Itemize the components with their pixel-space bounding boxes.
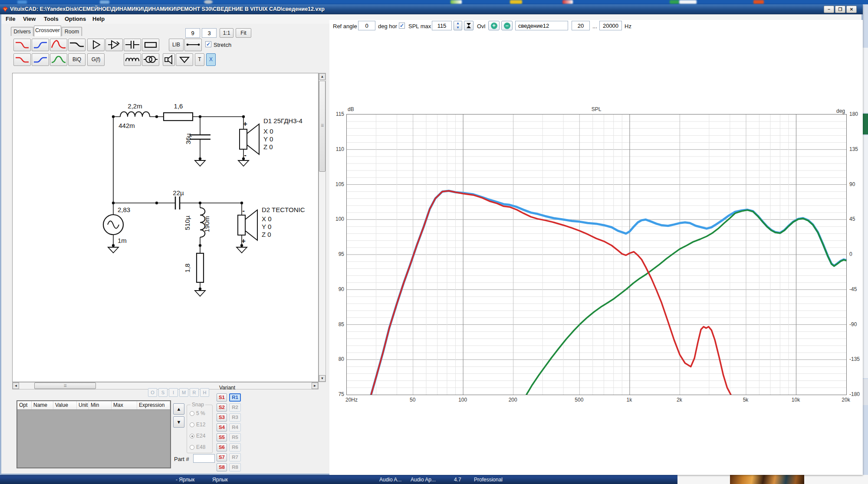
tab-drivers[interactable]: Drivers	[11, 27, 33, 36]
menu-file[interactable]: File	[6, 16, 15, 22]
project-name-input[interactable]	[515, 21, 568, 30]
capacitor-C1[interactable]	[190, 135, 210, 139]
variant-button-r1[interactable]: R1	[229, 393, 241, 402]
variant-button-r2[interactable]: R2	[229, 403, 241, 412]
wire-button[interactable]	[184, 39, 202, 51]
snap-radio-E12[interactable]: E12	[190, 422, 205, 428]
resistor-button[interactable]	[142, 39, 159, 51]
variant-button-s5[interactable]: S5	[217, 433, 227, 441]
snap-radio-E24[interactable]: E24	[190, 433, 205, 439]
move-up-button[interactable]: ▲	[173, 403, 184, 415]
scroll-thumb[interactable]: ☰	[319, 81, 326, 172]
schematic-vertical-scrollbar[interactable]: ▲ ☰ ▼	[319, 73, 326, 382]
variant-button-r3[interactable]: R3	[229, 413, 241, 422]
grid-rows-field[interactable]: 9	[185, 28, 200, 38]
variant-button-s6[interactable]: S6	[217, 443, 227, 451]
ref-angle-input[interactable]	[358, 21, 375, 30]
variant-button-s1[interactable]: S1	[217, 393, 227, 402]
menu-view[interactable]: View	[23, 16, 36, 22]
driver-D1[interactable]	[240, 124, 259, 154]
desktop-icon-blurred[interactable]	[753, 0, 764, 4]
snap-radio-5%[interactable]: 5 %	[190, 410, 205, 416]
menu-help[interactable]: Help	[92, 16, 105, 22]
taskbar[interactable]: - ЯрлыкЯрлыкAudio A...Audio Ap...4.7Prof…	[0, 475, 677, 484]
transfer-function-button[interactable]: G(f)	[87, 53, 105, 66]
part-number-input[interactable]	[193, 454, 215, 463]
menu-tools[interactable]: Tools	[44, 16, 59, 22]
scroll-right-arrow[interactable]: ►	[312, 383, 318, 389]
zoom-1to1-button[interactable]: 1:1	[220, 28, 233, 38]
taskbar-item[interactable]: Audio A...	[379, 477, 401, 483]
lowpass2-block-button[interactable]	[13, 53, 31, 66]
inductor-button[interactable]	[124, 53, 141, 66]
resistor-R2[interactable]	[197, 253, 204, 282]
freq-min-input[interactable]	[572, 21, 590, 30]
ground-button[interactable]	[176, 53, 193, 66]
buffer-block-button[interactable]	[87, 39, 105, 51]
bandpass-block-button[interactable]	[50, 39, 67, 51]
scroll-up-arrow[interactable]: ▲	[319, 73, 326, 80]
tool-button-r[interactable]: R	[190, 388, 199, 397]
spl-max-checkbox[interactable]: ✓	[399, 23, 405, 29]
biquad-button[interactable]: BiQ	[68, 53, 85, 66]
tool-button-h[interactable]: H	[200, 388, 209, 397]
variant-button-r5[interactable]: R5	[229, 433, 241, 441]
variant-button-r7[interactable]: R7	[229, 453, 241, 461]
maximize-button[interactable]: ❐	[835, 6, 845, 13]
stretch-checkbox[interactable]: ✓	[205, 41, 211, 47]
desktop-icon-blurred[interactable]	[204, 0, 213, 4]
scroll-down-arrow[interactable]: ▼	[319, 375, 326, 382]
remove-overlay-button[interactable]: –	[501, 21, 513, 30]
library-button[interactable]: LIB	[169, 39, 184, 51]
taskbar-item[interactable]: Ярлык	[212, 477, 228, 483]
tool-button-m[interactable]: M	[179, 388, 188, 397]
variant-button-s3[interactable]: S3	[217, 413, 227, 422]
zoom-fit-button[interactable]: Fit	[236, 28, 251, 38]
highpass2-block-button[interactable]	[32, 53, 49, 66]
capacitor-C2[interactable]	[175, 196, 180, 209]
shelf-block-button[interactable]	[68, 39, 85, 51]
tool-button-s[interactable]: S	[158, 388, 168, 397]
tool-button-i[interactable]: I	[169, 388, 178, 397]
variant-button-s2[interactable]: S2	[217, 403, 227, 412]
spl-plot-area[interactable]	[346, 114, 847, 395]
resistor-R1[interactable]	[164, 113, 193, 121]
text-tool-button[interactable]: T	[195, 53, 204, 66]
tool-button-o[interactable]: O	[148, 388, 157, 397]
capacitor-button[interactable]	[124, 39, 141, 51]
desktop-icon-blurred[interactable]	[17, 0, 27, 4]
highpass-block-button[interactable]	[32, 39, 49, 51]
title-bar[interactable]: VituixCAD: E:\YandexDisk\СЕМЕЙНОЕ\ДИНАМИ…	[0, 4, 863, 14]
spl-max-spinner[interactable]: ▲▼	[454, 21, 462, 30]
grid-cols-field[interactable]: 3	[202, 28, 217, 38]
freq-max-input[interactable]	[599, 21, 622, 30]
amplifier-block-button[interactable]	[105, 39, 123, 51]
variant-button-s4[interactable]: S4	[217, 423, 227, 432]
desktop-icon-blurred[interactable]	[670, 0, 679, 4]
taskbar-item[interactable]: Audio Ap...	[411, 477, 436, 483]
taskbar-item[interactable]: - Ярлык	[176, 477, 194, 483]
peak-eq-button[interactable]	[50, 53, 67, 66]
autoscale-button[interactable]	[464, 21, 473, 30]
speaker-button[interactable]	[163, 53, 175, 66]
snap-radio-E48[interactable]: E48	[190, 444, 205, 450]
variant-button-r8[interactable]: R8	[229, 463, 241, 471]
tab-room[interactable]: Room	[62, 27, 82, 36]
minimize-button[interactable]: –	[824, 6, 834, 13]
scroll-thumb[interactable]: ☰	[34, 383, 96, 389]
taskbar-item[interactable]: Professional	[474, 477, 503, 483]
tab-crossover[interactable]: Crossover	[34, 26, 61, 36]
desktop-icon-blurred[interactable]	[510, 0, 522, 4]
delete-tool-button[interactable]: X	[206, 53, 216, 66]
add-overlay-button[interactable]: +	[488, 21, 500, 30]
inductor-L1[interactable]	[120, 112, 150, 117]
schematic-canvas[interactable]: 2,2m 442m 1,6 36µ 22µ 2,83 1m 510µ 190m …	[12, 73, 319, 382]
taskbar-item[interactable]: 4.7	[454, 477, 461, 483]
menu-options[interactable]: Options	[65, 16, 86, 22]
variant-button-s8[interactable]: S8	[217, 463, 227, 471]
spl-max-input[interactable]	[432, 21, 452, 30]
move-down-button[interactable]: ▼	[173, 416, 184, 428]
variant-button-r4[interactable]: R4	[229, 423, 241, 432]
desktop-icon-blurred[interactable]	[450, 0, 462, 4]
variant-button-s7[interactable]: S7	[217, 453, 227, 461]
